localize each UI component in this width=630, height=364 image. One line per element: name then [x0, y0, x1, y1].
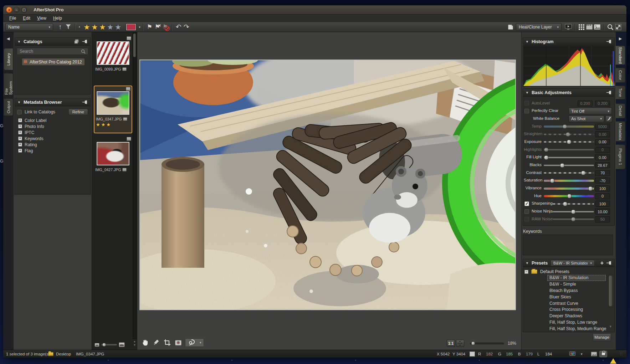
preset-item[interactable]: B&W - Simple — [523, 281, 614, 288]
browse-view-button[interactable] — [585, 23, 593, 31]
metadata-tree-rating[interactable]: +Rating — [15, 142, 90, 148]
menu-help[interactable]: Help — [50, 15, 66, 21]
expand-icon[interactable]: + — [18, 118, 22, 122]
thumbnail-image[interactable] — [97, 142, 129, 165]
flag-clear-button[interactable]: ⚑ — [162, 23, 169, 31]
metadata-tree-keywords[interactable]: +Keywords — [15, 135, 90, 142]
filmstrip-scrollbar[interactable] — [133, 32, 137, 339]
slider-track[interactable] — [544, 165, 594, 166]
panel-collapse-icon[interactable]: ▼ — [17, 40, 21, 43]
pan-tool-button[interactable] — [141, 338, 149, 347]
preset-selector-combo[interactable]: B&W - IR Simulation ▾ — [550, 260, 595, 266]
preset-item[interactable]: Bluer Skies — [523, 294, 614, 300]
chevron-down-icon[interactable]: ▾ — [581, 352, 583, 356]
thumb-size-small-icon[interactable] — [94, 343, 99, 347]
star-filter-1[interactable]: ★ — [84, 24, 90, 31]
filmstrip-item[interactable]: IMG_0347.JPG★★★ — [94, 86, 132, 133]
main-photo[interactable] — [139, 60, 516, 310]
slider-handle[interactable] — [563, 201, 567, 206]
panel-collapse-icon[interactable]: ▼ — [17, 101, 21, 104]
adjustment-value[interactable]: 5000 — [595, 124, 610, 130]
manage-presets-button[interactable]: Manage — [593, 333, 611, 341]
sort-field-combo[interactable]: Name ▾ — [5, 23, 53, 31]
white-balance-combo[interactable]: As Shot▾ — [569, 116, 604, 122]
tab-tone[interactable]: Tone — [616, 86, 625, 99]
menu-view[interactable]: View — [34, 15, 50, 21]
metadata-tree-color-label[interactable]: +Color Label — [15, 117, 90, 123]
thumbnail-image[interactable] — [97, 41, 129, 65]
slider-handle[interactable] — [565, 132, 570, 137]
tab-detail[interactable]: Detail — [616, 103, 625, 118]
chevron-down-icon[interactable]: ▾ — [139, 25, 140, 29]
adjustment-value[interactable]: 0.200 — [595, 101, 610, 107]
filmstrip-scroll-arrows[interactable]: ▲▼ — [133, 340, 137, 347]
expand-icon[interactable]: + — [18, 124, 22, 128]
slider-handle[interactable] — [550, 178, 554, 183]
fit-to-window-button[interactable] — [456, 340, 464, 347]
window-maximize-button[interactable]: ▢ — [21, 7, 27, 13]
adjustment-value[interactable]: 100 — [595, 185, 610, 191]
warning-icon[interactable] — [610, 354, 616, 364]
adjustment-value[interactable]: 0 — [595, 147, 610, 153]
tab-metadata[interactable]: Metadata — [616, 121, 625, 142]
window-close-button[interactable]: x — [6, 7, 12, 13]
expand-icon[interactable]: + — [18, 143, 22, 147]
metadata-tree-flag[interactable]: +Flag — [15, 148, 90, 154]
star-filter-2[interactable]: ★ — [91, 24, 98, 31]
soft-proof-icon[interactable] — [591, 352, 597, 357]
panel-collapse-icon[interactable]: ▼ — [526, 40, 529, 43]
panel-collapse-icon[interactable]: ▼ — [526, 261, 529, 265]
preset-item[interactable]: Fill, Half Stop, Low range — [523, 319, 614, 326]
slider-handle[interactable] — [588, 186, 593, 191]
new-catalog-icon[interactable] — [74, 39, 79, 44]
pin-icon[interactable] — [606, 91, 612, 94]
collapse-right-panel-button[interactable]: ▶ — [616, 34, 624, 43]
thumbnail-view-button[interactable] — [578, 23, 585, 31]
filmstrip-item[interactable]: IMG_0099.JPG — [94, 36, 132, 81]
adjustment-checkbox[interactable]: ✓ — [524, 201, 529, 206]
adjustment-value[interactable]: 0.00 — [595, 139, 610, 145]
adjustment-value[interactable]: 0.00 — [595, 131, 610, 137]
flag-reject-button[interactable]: ⚑ ✕ — [154, 23, 162, 31]
resize-grip[interactable]: ∙∙∙∙ — [620, 352, 623, 356]
rating-dot-icon[interactable]: • — [79, 25, 80, 29]
slider-track[interactable] — [544, 157, 594, 158]
adjustment-value[interactable]: 0 — [595, 193, 610, 199]
link-to-catalogs-checkbox[interactable] — [17, 110, 22, 114]
expand-icon[interactable]: + — [18, 149, 22, 153]
zoom-1to1-button[interactable]: 1:1 — [447, 340, 455, 347]
adjustment-value[interactable]: 70 — [595, 170, 610, 176]
fullscreen-button[interactable] — [614, 23, 622, 31]
slideshow-button[interactable] — [564, 23, 572, 31]
slider-handle[interactable] — [567, 140, 571, 144]
slider-handle[interactable] — [560, 163, 565, 168]
slider-track[interactable] — [553, 203, 594, 205]
new-layer-button[interactable] — [507, 23, 514, 31]
filter-button[interactable] — [64, 23, 72, 31]
pin-icon[interactable] — [82, 40, 88, 43]
catalog-item[interactable]: AfterShot Pro Catalog 2012 — [22, 58, 84, 65]
expand-icon[interactable]: + — [18, 137, 22, 140]
preset-folder-row[interactable]: −Default Presets — [523, 268, 614, 275]
thumb-size-slider-handle[interactable] — [102, 343, 106, 347]
slider-handle[interactable] — [571, 209, 576, 214]
slider-handle[interactable] — [571, 217, 576, 222]
pin-icon[interactable] — [82, 100, 88, 104]
slider-track[interactable] — [544, 149, 594, 150]
zoom-slider-handle[interactable] — [471, 342, 475, 345]
preset-scrollbar[interactable]: ▼ — [609, 270, 613, 328]
panel-collapse-icon[interactable]: ▼ — [526, 91, 529, 94]
pin-icon[interactable] — [606, 261, 612, 265]
window-minimize-button[interactable]: – — [14, 7, 20, 13]
preset-item[interactable]: Cross Processing — [523, 307, 614, 313]
titlebar[interactable]: x – ▢ AfterShot Pro — [3, 5, 626, 15]
adjustment-value[interactable]: 0.00 — [595, 154, 610, 160]
metadata-tree-iptc[interactable]: +IPTC — [15, 129, 90, 135]
adjustment-checkbox[interactable] — [524, 101, 529, 106]
adjustment-value[interactable]: 50 — [595, 216, 610, 222]
star-filter-3[interactable]: ★ — [99, 24, 106, 31]
adjustment-value[interactable]: 100 — [595, 201, 610, 207]
thumbnail-image[interactable] — [97, 91, 129, 115]
slider-handle[interactable] — [581, 171, 586, 175]
preset-item[interactable]: Contrast Curve — [523, 300, 614, 307]
